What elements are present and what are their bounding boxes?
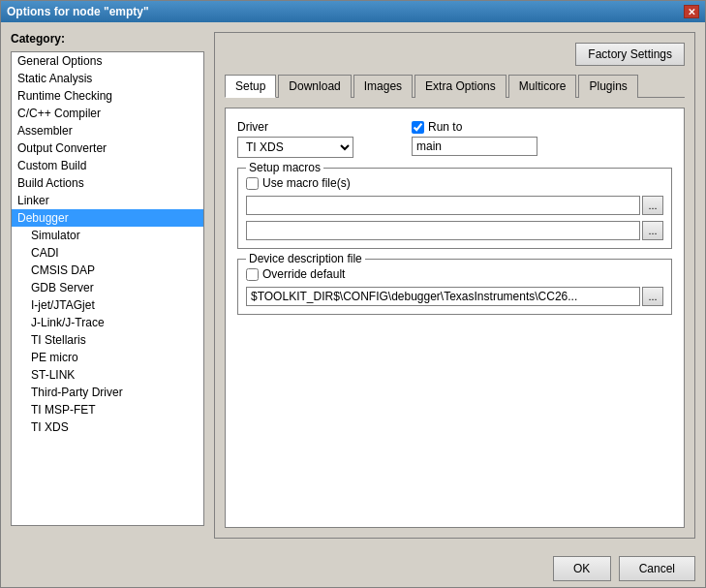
category-item-ti-xds[interactable]: TI XDS xyxy=(12,418,203,436)
category-item-linker[interactable]: Linker xyxy=(12,192,203,209)
category-item-general-options[interactable]: General Options xyxy=(12,52,203,70)
use-macro-row: Use macro file(s) xyxy=(246,176,663,190)
left-panel: Category: General OptionsStatic Analysis… xyxy=(11,32,204,539)
use-macro-label: Use macro file(s) xyxy=(262,176,351,190)
driver-select-wrapper: TI XDSSimulatorCADICMSIS DAPGDB Server xyxy=(237,137,353,158)
device-path-row: ... xyxy=(246,287,663,306)
category-item-assembler[interactable]: Assembler xyxy=(12,122,203,139)
device-desc-title: Device description file xyxy=(246,252,365,265)
category-item-build-actions[interactable]: Build Actions xyxy=(12,174,203,192)
category-label: Category: xyxy=(11,32,204,46)
macro-browse2-button[interactable]: ... xyxy=(642,221,663,240)
titlebar: Options for node "empty" ✕ xyxy=(1,1,705,22)
window-title: Options for node "empty" xyxy=(7,5,149,18)
macro-input2[interactable] xyxy=(246,221,640,240)
close-button[interactable]: ✕ xyxy=(684,5,699,18)
driver-select[interactable]: TI XDSSimulatorCADICMSIS DAPGDB Server xyxy=(237,137,353,158)
device-desc-section: Device description file Override default… xyxy=(237,259,672,315)
main-window: Options for node "empty" ✕ Category: Gen… xyxy=(0,0,706,588)
run-to-checkbox[interactable] xyxy=(412,121,424,134)
tab-content: Driver TI XDSSimulatorCADICMSIS DAPGDB S… xyxy=(225,108,685,528)
tab-images[interactable]: Images xyxy=(353,75,413,98)
tab-setup[interactable]: Setup xyxy=(225,75,276,98)
category-item-cpp-compiler[interactable]: C/C++ Compiler xyxy=(12,105,203,122)
category-item-i-jet[interactable]: I-jet/JTAGjet xyxy=(12,296,203,314)
override-checkbox[interactable] xyxy=(246,268,259,281)
device-browse-button[interactable]: ... xyxy=(642,287,663,306)
category-item-debugger[interactable]: Debugger xyxy=(12,209,203,227)
tab-download[interactable]: Download xyxy=(278,75,351,98)
macro-input1-row: ... xyxy=(246,196,663,215)
run-to-field: Run to xyxy=(412,120,537,156)
tab-extra-options[interactable]: Extra Options xyxy=(414,75,506,98)
category-item-gdb-server[interactable]: GDB Server xyxy=(12,279,203,296)
tabs-bar: SetupDownloadImagesExtra OptionsMulticor… xyxy=(225,74,685,98)
category-item-cmsis-dap[interactable]: CMSIS DAP xyxy=(12,262,203,279)
macro-input1[interactable] xyxy=(246,196,640,215)
category-item-third-party[interactable]: Third-Party Driver xyxy=(12,384,203,401)
macro-browse1-button[interactable]: ... xyxy=(642,196,663,215)
category-item-custom-build[interactable]: Custom Build xyxy=(12,157,203,174)
macro-input2-row: ... xyxy=(246,221,663,240)
run-to-row: Run to xyxy=(412,120,537,134)
category-item-cadi[interactable]: CADI xyxy=(12,244,203,262)
category-item-static-analysis[interactable]: Static Analysis xyxy=(12,70,203,87)
factory-settings-button[interactable]: Factory Settings xyxy=(575,43,685,66)
override-label: Override default xyxy=(262,267,345,281)
setup-macros-section: Setup macros Use macro file(s) ... ... xyxy=(237,168,672,249)
category-item-ti-msp-fet[interactable]: TI MSP-FET xyxy=(12,401,203,418)
tab-plugins[interactable]: Plugins xyxy=(578,75,637,98)
category-item-runtime-checking[interactable]: Runtime Checking xyxy=(12,87,203,105)
use-macro-checkbox[interactable] xyxy=(246,177,259,190)
driver-field: Driver TI XDSSimulatorCADICMSIS DAPGDB S… xyxy=(237,120,353,158)
driver-label: Driver xyxy=(237,120,353,134)
category-item-ti-stellaris[interactable]: TI Stellaris xyxy=(12,331,203,349)
category-item-jlink[interactable]: J-Link/J-Trace xyxy=(12,314,203,331)
cancel-button[interactable]: Cancel xyxy=(619,556,695,581)
category-item-simulator[interactable]: Simulator xyxy=(12,227,203,244)
category-item-pe-micro[interactable]: PE micro xyxy=(12,349,203,366)
category-list: General OptionsStatic AnalysisRuntime Ch… xyxy=(11,51,204,526)
right-panel: Factory Settings SetupDownloadImagesExtr… xyxy=(214,32,695,539)
device-path-input[interactable] xyxy=(246,287,640,306)
run-to-label: Run to xyxy=(428,120,462,134)
tab-multicore[interactable]: Multicore xyxy=(508,75,577,98)
bottom-buttons: OK Cancel xyxy=(1,548,705,587)
override-row: Override default xyxy=(246,267,663,281)
category-item-output-converter[interactable]: Output Converter xyxy=(12,139,203,157)
main-content: Category: General OptionsStatic Analysis… xyxy=(1,22,705,548)
category-item-st-link[interactable]: ST-LINK xyxy=(12,366,203,384)
setup-macros-title: Setup macros xyxy=(246,161,323,174)
driver-row: Driver TI XDSSimulatorCADICMSIS DAPGDB S… xyxy=(237,120,672,158)
ok-button[interactable]: OK xyxy=(553,556,611,581)
run-to-input[interactable] xyxy=(412,137,537,156)
